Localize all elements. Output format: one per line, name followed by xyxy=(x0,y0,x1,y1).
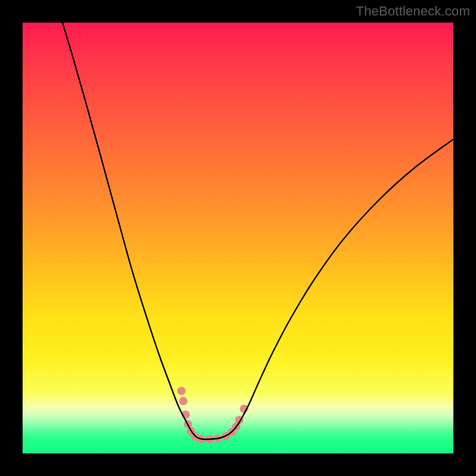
bottleneck-curve xyxy=(62,23,453,439)
fit-marker xyxy=(177,387,186,395)
chart-frame: TheBottleneck.com xyxy=(0,0,476,476)
plot-area xyxy=(23,23,453,453)
fit-marker xyxy=(179,397,187,405)
fit-markers-group xyxy=(177,387,248,443)
watermark-text: TheBottleneck.com xyxy=(356,4,470,19)
curve-layer xyxy=(23,23,453,453)
